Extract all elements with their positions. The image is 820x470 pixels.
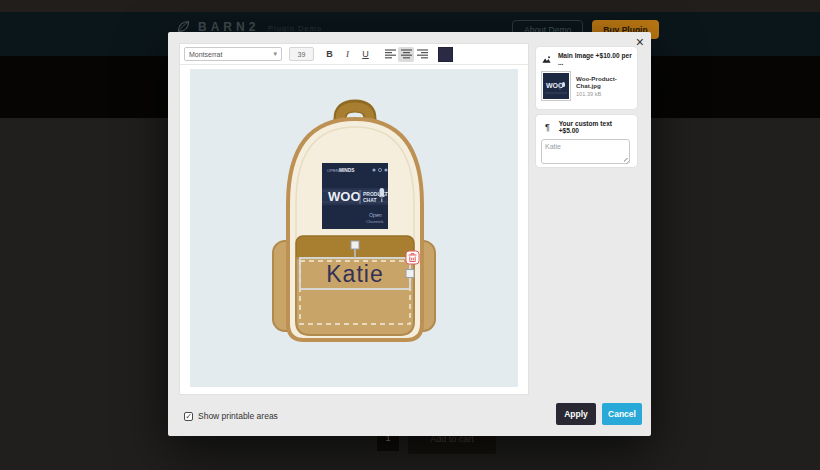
font-family-value: Montserrat: [189, 51, 222, 58]
cancel-button[interactable]: Cancel: [602, 403, 642, 425]
custom-text-element[interactable]: Katie: [326, 261, 383, 287]
bold-button[interactable]: B: [322, 47, 337, 62]
align-center-icon: [401, 49, 412, 59]
align-right-icon: [417, 49, 428, 59]
browser-top-strip: [0, 0, 820, 12]
font-size-input[interactable]: [289, 47, 314, 61]
underline-button[interactable]: U: [358, 47, 373, 62]
artwork-brand-open: OPEN: [327, 168, 339, 173]
align-left-icon: [385, 49, 396, 59]
backpack-illustration: OPEN MINDS WOO PRODUCT CHAT: [190, 69, 518, 387]
product-customizer-modal: × Montserrat ▾ B I U: [168, 32, 651, 436]
text-toolbar: Montserrat ▾ B I U: [180, 44, 528, 65]
uploaded-image-meta: Woo-Product-Chat.jpg 101.39 kB: [576, 71, 632, 101]
uploaded-image-thumbnail: WOO: [541, 71, 571, 101]
custom-text-input[interactable]: Katie: [541, 139, 630, 164]
printed-artwork[interactable]: OPEN MINDS WOO PRODUCT CHAT: [322, 163, 388, 229]
show-printable-areas-checkbox[interactable]: ✓: [184, 412, 193, 421]
design-canvas[interactable]: OPEN MINDS WOO PRODUCT CHAT: [190, 69, 518, 387]
uploaded-image-filesize: 101.39 kB: [576, 91, 632, 97]
artwork-channels-script: Channels: [366, 219, 384, 224]
font-family-select[interactable]: Montserrat ▾: [184, 47, 282, 61]
align-left-button[interactable]: [382, 47, 398, 62]
pilcrow-icon: ¶: [541, 121, 554, 134]
show-printable-areas-row[interactable]: ✓ Show printable areas: [184, 411, 278, 421]
textarea-resize-grip[interactable]: [624, 158, 630, 164]
custom-text-card: ¶ Your custom text +$5.00 Katie: [536, 115, 637, 167]
delete-element-button[interactable]: [406, 251, 419, 264]
chevron-down-icon: ▾: [273, 50, 277, 58]
main-image-card-title: Main Image +$10.00 per ...: [558, 52, 632, 66]
thumbnail-woo-text: WOO: [546, 82, 564, 89]
artwork-dot: [372, 168, 375, 171]
align-right-button[interactable]: [414, 47, 430, 62]
resize-handle[interactable]: [406, 270, 414, 278]
alignment-group: [382, 47, 430, 62]
main-image-card-header: Main Image +$10.00 per ...: [541, 52, 632, 66]
italic-button[interactable]: I: [340, 47, 355, 62]
custom-text-card-title: Your custom text +$5.00: [559, 120, 632, 134]
artwork-title-woo: WOO: [328, 189, 361, 204]
main-image-card: Main Image +$10.00 per ... WOO Woo-Produ…: [536, 47, 637, 109]
show-printable-areas-label: Show printable areas: [198, 411, 278, 421]
custom-text-card-header: ¶ Your custom text +$5.00: [541, 120, 632, 134]
align-center-button[interactable]: [398, 47, 414, 62]
text-color-swatch[interactable]: [438, 47, 453, 62]
image-icon: [541, 53, 553, 66]
artwork-title-chat: CHAT: [363, 197, 377, 203]
uploaded-image-row[interactable]: WOO Woo-Product-Chat.jpg 101.39 kB: [541, 71, 632, 101]
artwork-open-script: Open: [369, 212, 382, 218]
custom-text-field-wrap: Katie: [541, 139, 632, 168]
artwork-brand-minds: MINDS: [339, 168, 355, 173]
rotation-handle[interactable]: [351, 241, 359, 249]
page: BARN2 Plugin Demo About Demo Buy Plugin …: [0, 0, 820, 470]
close-icon[interactable]: ×: [636, 35, 644, 49]
apply-button[interactable]: Apply: [556, 403, 596, 425]
editor-panel: Montserrat ▾ B I U: [180, 44, 528, 394]
artwork-dot: [384, 168, 387, 171]
uploaded-image-filename: Woo-Product-Chat.jpg: [576, 75, 632, 89]
